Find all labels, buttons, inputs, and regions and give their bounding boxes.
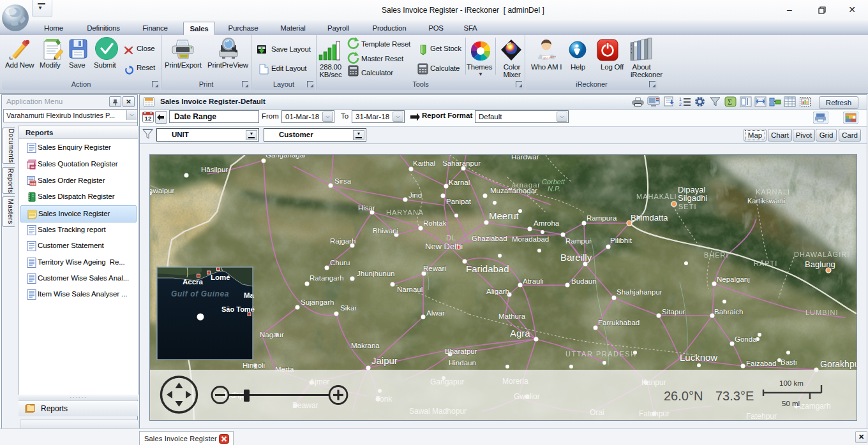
svg-text:12: 12 — [145, 115, 152, 122]
svg-text:Ganganagar: Ganganagar — [266, 155, 306, 159]
svg-text:arnagar: arnagar — [512, 181, 541, 189]
svg-text:RĀPTI: RĀPTI — [754, 259, 777, 267]
svg-text:Jind: Jind — [408, 191, 422, 199]
svg-text:Rampura: Rampura — [587, 214, 617, 222]
svg-text:Hisar: Hisar — [358, 204, 375, 212]
svg-text:Baglung: Baglung — [805, 259, 835, 269]
svg-text:Saharanpur: Saharanpur — [442, 159, 481, 167]
svg-text:Moradabad: Moradabad — [512, 235, 549, 243]
svg-text:26.0°N: 26.0°N — [664, 389, 703, 403]
svg-text:Bhimdatta: Bhimdatta — [631, 213, 668, 222]
svg-text:Makrana: Makrana — [351, 342, 380, 349]
svg-text:Mathura: Mathura — [498, 312, 526, 320]
svg-text:Meerut: Meerut — [489, 210, 520, 221]
svg-text:UTTAR PRADESH: UTTAR PRADESH — [565, 350, 637, 358]
svg-text:São Tomé: São Tomé — [221, 305, 255, 313]
svg-text:Kartikswami: Kartikswami — [747, 197, 785, 205]
svg-text:Sujangarh: Sujangarh — [301, 298, 334, 306]
svg-text:Rajgarh: Rajgarh — [330, 237, 355, 245]
svg-text:awalpur: awalpur — [150, 187, 174, 194]
svg-text:Faridabad: Faridabad — [466, 263, 509, 274]
svg-text:Shahjahanpur: Shahjahanpur — [617, 288, 662, 296]
svg-text:Σ: Σ — [728, 98, 732, 106]
svg-text:Farrukhabad: Farrukhabad — [598, 319, 640, 326]
svg-text:100 km: 100 km — [779, 379, 804, 387]
svg-text:Pilibhit: Pilibhit — [610, 237, 632, 244]
svg-text:Lucknow: Lucknow — [680, 352, 717, 363]
svg-text:Bharatpur: Bharatpur — [445, 347, 477, 355]
svg-text:2: 2 — [679, 102, 682, 106]
svg-text:Sirsa: Sirsa — [334, 177, 352, 185]
svg-text:Gorakhpur: Gorakhpur — [820, 359, 857, 369]
svg-text:Sikar: Sikar — [340, 304, 357, 312]
svg-text:Accra: Accra — [183, 278, 204, 286]
svg-text:Bahraich: Bahraich — [714, 308, 743, 316]
svg-text:Bhiwani: Bhiwani — [373, 227, 398, 235]
svg-text:73.3°E: 73.3°E — [715, 389, 754, 403]
svg-text:KARNĀLI: KARNĀLI — [756, 188, 790, 196]
svg-text:Faizabad: Faizabad — [746, 360, 776, 367]
svg-text:Budaun: Budaun — [571, 277, 597, 285]
svg-text:Hingoli: Hingoli — [243, 361, 265, 369]
svg-text:Hardwar: Hardwar — [511, 155, 539, 161]
svg-text:Amroha: Amroha — [534, 219, 560, 227]
svg-text:Jaipur: Jaipur — [371, 355, 398, 366]
svg-text:MAHAKĀLI: MAHAKĀLI — [636, 193, 677, 200]
svg-text:Hindaun: Hindaun — [449, 359, 476, 367]
svg-text:N.P.: N.P. — [548, 185, 560, 193]
svg-text:Gulf of Guinea: Gulf of Guinea — [171, 289, 229, 298]
svg-text:Hāsilpur: Hāsilpur — [201, 166, 228, 173]
svg-text:Rohtak: Rohtak — [423, 219, 447, 227]
svg-text:Sitapur: Sitapur — [662, 308, 685, 316]
svg-text:Atrauli: Atrauli — [523, 277, 544, 285]
svg-text:Agra: Agra — [510, 328, 530, 339]
svg-text:Silgadhi: Silgadhi — [678, 193, 707, 203]
svg-text:SETI: SETI — [678, 203, 696, 210]
svg-text:DHAWALĀGIRI: DHAWALĀGIRI — [794, 251, 849, 258]
svg-text:50 mi: 50 mi — [782, 400, 800, 407]
svg-text:Gonda: Gonda — [735, 335, 757, 343]
svg-text:New Delhi: New Delhi — [425, 242, 463, 251]
svg-text:LUMBINI: LUMBINI — [805, 309, 839, 316]
svg-text:Kaithal: Kaithal — [413, 159, 435, 167]
svg-text:Narnaul: Narnaul — [397, 286, 423, 293]
svg-text:Rampur: Rampur — [565, 237, 592, 245]
svg-text:Nepalganj: Nepalganj — [717, 275, 750, 283]
svg-text:Nagaur: Nagaur — [260, 331, 284, 339]
svg-text:Aligarh: Aligarh — [486, 288, 509, 295]
svg-text:Bareilly: Bareilly — [560, 252, 592, 263]
svg-text:Jhunjhunun: Jhunjhunun — [357, 270, 394, 277]
svg-text:Basti: Basti — [781, 358, 797, 366]
svg-text:Karnal: Karnal — [449, 179, 470, 186]
svg-text:Panipat: Panipat — [446, 198, 472, 205]
svg-text:BHERI: BHERI — [704, 251, 729, 259]
svg-text:1: 1 — [679, 97, 682, 101]
svg-text:Alwar: Alwar — [426, 309, 445, 317]
svg-text:HARYANA: HARYANA — [386, 208, 424, 216]
svg-text:Rewari: Rewari — [423, 265, 446, 272]
svg-text:Lomé: Lomé — [211, 274, 230, 281]
svg-text:DL: DL — [446, 234, 456, 242]
svg-text:Churu: Churu — [330, 259, 350, 266]
svg-text:Ghaziabad: Ghaziabad — [472, 235, 507, 242]
svg-text:Ratangarh: Ratangarh — [310, 274, 344, 282]
